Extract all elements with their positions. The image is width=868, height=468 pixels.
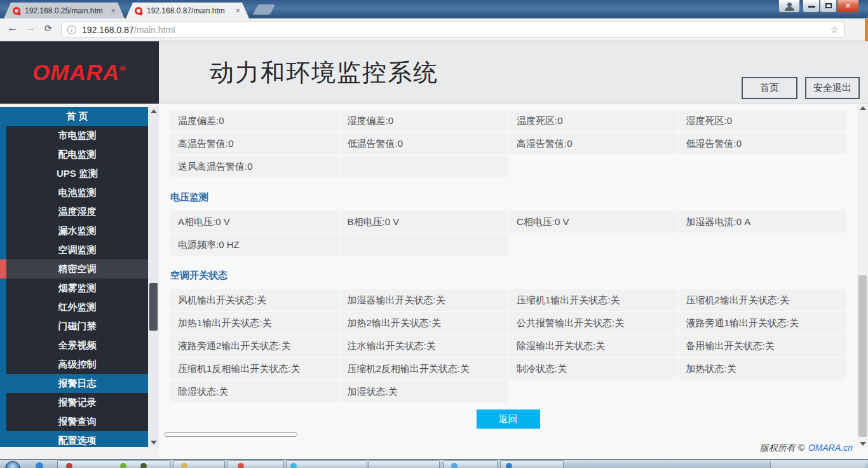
data-section: 空调开关状态风机输出开关状态:关加湿器输出开关状态:关压缩机1输出开关状态:关压… (170, 270, 846, 403)
table-cell: 液路旁通1输出开关状态:关 (679, 312, 847, 334)
window-minimize-button[interactable] (803, 0, 820, 13)
page-header: 动力和环境监控系统 首页 安全退出 (159, 41, 868, 104)
sidebar-item[interactable]: 空调监测 (0, 240, 148, 259)
table-cell: 加湿器电流:0 A (679, 211, 847, 233)
url-text: 192.168.0.87/main.html (82, 25, 175, 35)
logo-text: OMARA (32, 60, 119, 85)
profile-button[interactable] (778, 0, 800, 13)
page-scrollbar[interactable] (857, 104, 868, 448)
table-cell: 湿度死区:0 (679, 110, 847, 132)
sidebar-item[interactable]: 报警记录 (0, 393, 148, 412)
start-orb-icon[interactable] (5, 461, 20, 468)
person-icon (787, 3, 792, 7)
logo-area: OMARA® (0, 41, 159, 104)
table-cell: 压缩机1输出开关状态:关 (509, 289, 677, 311)
browser-toolbar: ← → ⟳ i 192.168.0.87/main.html ☆ (0, 18, 868, 41)
app-icon (140, 463, 147, 468)
sidebar-item[interactable]: 全景视频 (0, 336, 148, 355)
page-title: 动力和环境监控系统 (210, 57, 438, 89)
info-icon[interactable]: i (67, 25, 76, 34)
scroll-up-icon[interactable] (860, 106, 866, 110)
window-maximize-button[interactable] (820, 0, 837, 13)
sidebar-item[interactable]: 市电监测 (0, 126, 148, 145)
sidebar-scrollbar[interactable] (148, 107, 159, 447)
tab-close-icon[interactable]: × (235, 6, 240, 15)
table-cell: 注水输出开关状态:关 (340, 335, 508, 357)
data-section: 电压监测A相电压:0 VB相电压:0 VC相电压:0 V加湿器电流:0 A电源频… (170, 191, 846, 256)
app-icon (181, 463, 187, 468)
pinned-browser-icon[interactable] (36, 462, 43, 468)
table-cell: 风机输出开关状态:关 (170, 289, 339, 311)
scroll-down-icon[interactable] (860, 442, 866, 446)
sections: 温度偏差:0湿度偏差:0温度死区:0湿度死区:0高温告警值:0低温告警值:0高湿… (170, 110, 846, 403)
horizontal-scrollbar[interactable] (164, 432, 297, 437)
table-cell: 加湿器输出开关状态:关 (340, 289, 508, 311)
app-icon (120, 463, 126, 468)
taskbar-app-4[interactable] (286, 460, 367, 468)
table-cell: 高湿告警值:0 (509, 133, 677, 155)
table-cell: 高温告警值:0 (170, 133, 339, 155)
sidebar-item[interactable]: 精密空调 (0, 259, 148, 279)
table-cell (340, 156, 508, 177)
section-title: 电压监测 (170, 191, 846, 203)
table-cell: B相电压:0 V (340, 211, 508, 233)
sidebar-section-header[interactable]: 配置选项 (0, 431, 148, 447)
sidebar-item[interactable]: 报警查询 (0, 412, 148, 431)
bookmark-star-icon[interactable]: ☆ (831, 24, 839, 36)
url-path: /main.html (134, 25, 175, 35)
sidebar-section-header[interactable]: 首 页 (0, 107, 148, 126)
brand-link[interactable]: OMARA.cn (808, 443, 853, 453)
registered-mark: ® (119, 64, 126, 73)
scrollbar-thumb[interactable] (858, 275, 867, 437)
sidebar-section-header[interactable]: 报警日志 (0, 374, 148, 393)
scrollbar-thumb[interactable] (149, 283, 158, 331)
taskbar-app-2[interactable] (173, 460, 225, 468)
scroll-down-icon[interactable] (151, 441, 157, 444)
taskbar-app-3[interactable] (227, 460, 284, 468)
person-icon (785, 7, 794, 11)
window-close-button[interactable]: ✕ (837, 0, 859, 13)
tab-close-icon[interactable]: × (111, 6, 116, 15)
taskbar-app-5[interactable] (369, 460, 440, 468)
address-bar[interactable]: i 192.168.0.87/main.html ☆ (61, 22, 844, 38)
windows-taskbar (0, 459, 868, 468)
back-icon[interactable]: ← (5, 22, 20, 34)
sidebar-item[interactable]: 红外监测 (0, 298, 148, 317)
table-cell: 电源频率:0 HZ (170, 234, 339, 256)
table-row: 送风高温告警值:0 (170, 156, 846, 177)
tab-title: 192.168.0.87/main.htm (147, 6, 231, 15)
logout-button[interactable]: 安全退出 (805, 77, 860, 99)
refresh-icon[interactable]: ⟳ (41, 23, 56, 34)
sidebar-item[interactable]: 配电监测 (0, 145, 148, 164)
taskbar-app-6[interactable] (443, 460, 498, 468)
taskbar-app-7[interactable] (500, 460, 564, 468)
sidebar-item[interactable]: 门磁门禁 (0, 317, 148, 336)
table-cell: 除湿状态:关 (170, 381, 339, 403)
sidebar-item[interactable]: 烟雾监测 (0, 279, 148, 298)
taskbar-app-1[interactable] (57, 460, 170, 468)
sidebar-item[interactable]: 电池监测 (0, 183, 148, 202)
table-row: 除湿状态:关加湿状态:关 (170, 381, 846, 403)
omara-favicon (135, 7, 142, 15)
sidebar-item[interactable]: 温度湿度 (0, 202, 148, 221)
table-cell: C相电压:0 V (509, 211, 677, 233)
browser-tab-2-active[interactable]: 192.168.0.87/main.htm × (126, 3, 249, 18)
table-cell: 液路旁通2输出开关状态:关 (170, 335, 339, 357)
web-page: OMARA® 首 页市电监测配电监测UPS 监测电池监测温度湿度漏水监测空调监测… (0, 41, 868, 468)
footer: 版权所有 ©OMARA.cn (760, 443, 853, 454)
table-cell: 压缩机1反相输出开关状态:关 (170, 358, 339, 380)
scroll-up-icon[interactable] (151, 109, 157, 113)
taskbar-clock-area[interactable] (770, 461, 865, 468)
table-row: 电源频率:0 HZ (170, 234, 846, 256)
home-button[interactable]: 首页 (742, 77, 797, 99)
sidebar-item[interactable]: 漏水监测 (0, 221, 148, 240)
sidebar-item[interactable]: UPS 监测 (0, 164, 148, 183)
table-cell: 温度死区:0 (509, 110, 677, 132)
back-button[interactable]: 返回 (477, 410, 540, 429)
new-tab-button[interactable] (253, 4, 276, 15)
forward-icon[interactable]: → (23, 22, 38, 34)
maximize-icon (825, 3, 832, 8)
browser-tab-1[interactable]: 192.168.0.25/main.htm × (4, 3, 125, 18)
table-cell: 加热1输出开关状态:关 (170, 312, 339, 334)
sidebar-item[interactable]: 高级控制 (0, 355, 148, 374)
